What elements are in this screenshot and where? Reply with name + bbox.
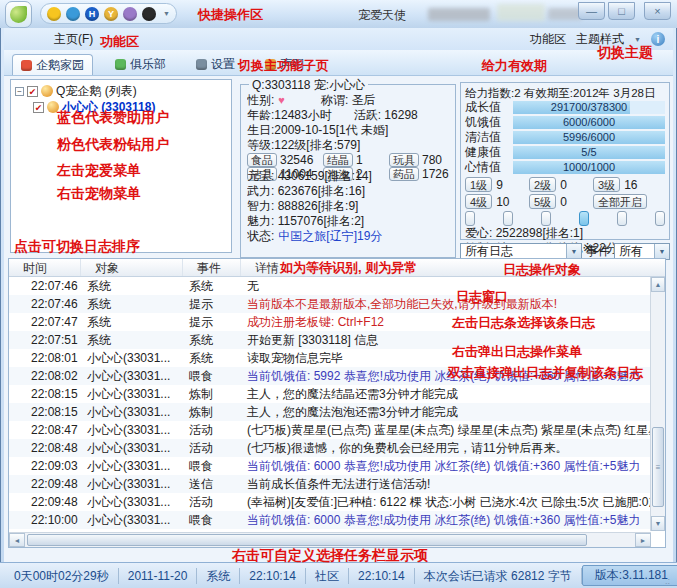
action-button[interactable] bbox=[579, 211, 589, 226]
log-body: 22:07:46 系统 系统 无 22:07:46 系统 提示 当前版本不是最新… bbox=[9, 277, 651, 531]
inventory-chip[interactable]: 食品 bbox=[247, 153, 277, 167]
action-button[interactable] bbox=[503, 211, 513, 226]
pet-age: 年龄:12483小时 bbox=[247, 108, 332, 123]
inventory-chip[interactable]: 结晶 bbox=[323, 153, 353, 167]
wand-icon[interactable] bbox=[123, 7, 137, 21]
scroll-left-icon[interactable]: ◄ bbox=[9, 533, 25, 547]
progress-bar: 5996/6000 bbox=[513, 131, 665, 144]
level-item: 5级0 bbox=[529, 194, 593, 209]
scrollbar-thumb[interactable] bbox=[27, 534, 587, 546]
close-button[interactable]: × bbox=[644, 2, 671, 20]
quick-access-dropdown-icon[interactable]: ▼ bbox=[163, 10, 170, 17]
status-segment[interactable]: 系统 bbox=[197, 568, 240, 584]
qq-penguin-icon[interactable] bbox=[142, 7, 156, 21]
log-row[interactable]: 22:07:46 系统 系统 无 bbox=[9, 277, 651, 295]
scroll-right-icon[interactable]: ► bbox=[635, 533, 651, 547]
vertical-scrollbar[interactable]: ▲ ≡ ▼ bbox=[650, 277, 665, 531]
tree-root-row[interactable]: − ✔ Q宠企鹅 (列表) bbox=[11, 83, 231, 99]
level-chip[interactable]: 4级 bbox=[465, 194, 492, 209]
action-button[interactable] bbox=[465, 211, 475, 226]
chevron-down-icon[interactable]: ▼ bbox=[634, 36, 641, 43]
status-segment[interactable]: 22:10:14 bbox=[349, 568, 415, 584]
globe-icon[interactable] bbox=[66, 7, 80, 21]
status-segment[interactable]: 0天00时02分29秒 bbox=[0, 568, 119, 584]
log-row[interactable]: 22:08:01 小心心(33031... 系统 读取宠物信息完毕 bbox=[9, 349, 651, 367]
maximize-button[interactable]: □ bbox=[608, 2, 635, 20]
scrollbar-thumb[interactable]: ≡ bbox=[652, 427, 664, 507]
resize-grip[interactable]: .: bbox=[665, 576, 675, 586]
status-segment[interactable]: 社区 bbox=[306, 568, 349, 584]
log-row[interactable]: 22:07:46 系统 提示 当前版本不是最新版本,全部功能已失效,请升级到最新… bbox=[9, 295, 651, 313]
level-item: 4级10 bbox=[465, 194, 529, 209]
tab-statement[interactable]: 声明 bbox=[257, 54, 312, 75]
log-row[interactable]: 22:09:48 小心心(33031... 活动 (幸福树)[友爱值:]已种植:… bbox=[9, 493, 651, 511]
info-icon[interactable]: i bbox=[651, 32, 665, 46]
level-chip[interactable]: 5级 bbox=[529, 194, 556, 209]
tree-pet-row[interactable]: ✔ 小心心 (3303118) bbox=[11, 99, 231, 115]
log-row[interactable]: 22:09:03 小心心(33031... 喂食 当前饥饿值: 6000 恭喜您… bbox=[9, 457, 651, 475]
open-all-button[interactable]: 全部开启 bbox=[593, 194, 647, 209]
app-logo-icon[interactable] bbox=[5, 1, 32, 28]
tab-club[interactable]: 俱乐部 bbox=[107, 54, 174, 75]
log-row[interactable]: 22:08:48 小心心(33031... 活动 (七巧板)很遗憾，你的免费机会… bbox=[9, 439, 651, 457]
log-row[interactable]: 22:08:15 小心心(33031... 炼制 主人，您的魔法结晶还需3分钟才… bbox=[9, 385, 651, 403]
penguin-icon bbox=[41, 85, 53, 97]
log-row[interactable]: 22:10:00 小心心(33031... 喂食 当前饥饿值: 6000 恭喜您… bbox=[9, 511, 651, 529]
pet-avatar-icon bbox=[47, 101, 59, 113]
stat-bar-row: 健康值 5/5 bbox=[465, 145, 665, 160]
horizontal-scrollbar[interactable]: ◄ ► bbox=[9, 532, 651, 547]
inventory-row: 食品32546结晶1玩具780洁具11004泡泡2药品1726 bbox=[247, 153, 449, 169]
checkbox-checked-icon[interactable]: ✔ bbox=[27, 86, 38, 97]
column-header-time[interactable]: 时间 bbox=[9, 259, 81, 276]
inventory-chip[interactable]: 药品 bbox=[389, 167, 419, 181]
lightbulb-icon[interactable] bbox=[47, 7, 61, 21]
pet-active: 活跃: 16298 bbox=[354, 108, 418, 123]
log-row[interactable]: 22:07:51 系统 系统 开始更新 [3303118] 信息 bbox=[9, 331, 651, 349]
log-row[interactable]: 22:08:15 小心心(33031... 炼制 主人，您的魔法泡泡还需3分钟才… bbox=[9, 403, 651, 421]
quick-access-toolbar: HY ▼ bbox=[40, 3, 177, 24]
menu-theme-style[interactable]: 主题样式 bbox=[576, 31, 624, 48]
status-segment[interactable]: 22:10:14 bbox=[240, 568, 306, 584]
chevron-down-icon[interactable]: ▼ bbox=[654, 244, 669, 259]
log-row[interactable]: 22:07:47 系统 提示 成功注册老板键: Ctrl+F12 bbox=[9, 313, 651, 331]
level-chip[interactable]: 2级 bbox=[529, 177, 556, 192]
gender-label: 性别: bbox=[247, 93, 274, 108]
log-row[interactable]: 22:08:02 小心心(33031... 喂食 当前饥饿值: 5992 恭喜您… bbox=[9, 367, 651, 385]
column-header-object[interactable]: 对象 bbox=[81, 259, 183, 276]
column-header-event[interactable]: 事件 bbox=[183, 259, 241, 276]
inventory-chip[interactable]: 玩具 bbox=[389, 153, 419, 167]
log-row[interactable]: 22:09:48 小心心(33031... 送信 当前成长值条件无法进行送信活动… bbox=[9, 475, 651, 493]
status-segment[interactable]: 2011-11-20 bbox=[119, 568, 198, 584]
tab-settings[interactable]: 设置 bbox=[188, 54, 243, 75]
action-button[interactable] bbox=[541, 211, 551, 226]
scroll-down-icon[interactable]: ▼ bbox=[651, 516, 665, 531]
scroll-up-icon[interactable]: ▲ bbox=[651, 277, 665, 292]
tab-penguin-home[interactable]: 企鹅家园 bbox=[12, 54, 93, 75]
level-chip[interactable]: 1级 bbox=[465, 177, 492, 192]
power-index-line: 给力指数:2 有效期至:2012年 3月28日 bbox=[465, 86, 665, 100]
progress-bar: 5/5 bbox=[513, 146, 665, 159]
menu-home[interactable]: 主页(F) bbox=[54, 31, 93, 48]
status-value: 中国之旅[辽宁]19分 bbox=[278, 229, 382, 244]
pet-title: 称谓: 圣后 bbox=[321, 93, 376, 108]
minimize-button[interactable]: — bbox=[578, 2, 605, 20]
menu-ribbon[interactable]: 功能区 bbox=[530, 31, 566, 48]
h-icon[interactable]: H bbox=[85, 7, 99, 21]
y-icon[interactable]: Y bbox=[104, 7, 118, 21]
stat-bar-row: 心情值 1000/1000 bbox=[465, 160, 665, 175]
chevron-down-icon[interactable]: ▼ bbox=[566, 244, 581, 259]
log-row[interactable]: 22:08:47 小心心(33031... 活动 (七巧板)黄星星(已点亮) 蓝… bbox=[9, 421, 651, 439]
checkbox-checked-icon[interactable]: ✔ bbox=[33, 102, 44, 113]
event-select[interactable]: 所有▼ bbox=[614, 243, 670, 260]
column-header-detail[interactable]: 详情 bbox=[241, 259, 665, 276]
log-type-select[interactable]: 所有日志▼ bbox=[460, 243, 582, 260]
status-segment[interactable]: 本次会话已请求 62812 字节 bbox=[415, 568, 582, 584]
level-chip[interactable]: 3级 bbox=[593, 177, 620, 192]
pet-level: 等级:122级[排名:579] bbox=[247, 138, 360, 153]
stat-bar-row: 饥饿值 6000/6000 bbox=[465, 115, 665, 130]
redacted-text bbox=[497, 4, 545, 21]
status-bar[interactable]: 0天00时02分29秒2011-11-20系统22:10:14社区22:10:1… bbox=[0, 562, 677, 588]
collapse-icon[interactable]: − bbox=[15, 87, 24, 96]
action-button[interactable] bbox=[617, 211, 627, 226]
action-button[interactable] bbox=[655, 211, 665, 226]
